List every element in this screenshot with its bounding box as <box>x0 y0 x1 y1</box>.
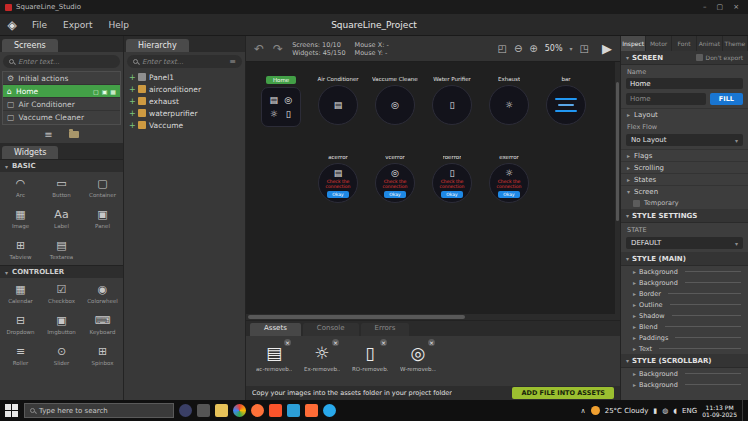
zoom-caret-icon[interactable]: ▾ <box>570 45 573 52</box>
style-row-background-2[interactable]: ▸Background <box>621 277 748 288</box>
canvas-screen-home[interactable]: Home ▤ ◎ ☼ ▯ <box>258 76 304 127</box>
widget-slider[interactable]: ⊙Slider <box>41 340 82 371</box>
remove-asset-icon[interactable]: × <box>332 339 339 346</box>
exerror-thumb[interactable]: ☼ Check the connection Okay <box>489 163 529 203</box>
tab-font[interactable]: Font <box>672 36 697 51</box>
expander-icon[interactable]: + <box>129 121 135 130</box>
home-screen-thumb[interactable]: ▤ ◎ ☼ ▯ <box>261 87 301 127</box>
style-settings-header[interactable]: ▾ STYLE SETTINGS <box>621 209 748 223</box>
widget-textarea[interactable]: ▤Textarea <box>41 234 82 265</box>
screen-item-vaccume-cleaner[interactable]: ▢ Vaccume Cleaner <box>3 111 120 124</box>
widget-container[interactable]: ▢Container <box>82 172 123 203</box>
duplicate-icon[interactable]: ▣ <box>102 88 108 95</box>
show-desktop-button[interactable] <box>742 400 745 421</box>
list-view-icon[interactable]: ≡ <box>229 57 236 66</box>
widget-label[interactable]: AaLabel <box>41 203 82 234</box>
asset-ac-image[interactable]: × ▤ ac-removeb... <box>256 340 292 386</box>
water-purifier-thumb[interactable]: ▯ <box>432 85 472 125</box>
expander-icon[interactable]: + <box>129 73 135 82</box>
style-row-shadow[interactable]: ▸Shadow <box>621 310 748 321</box>
widget-button[interactable]: ▭Button <box>41 172 82 203</box>
hierarchy-search-input[interactable]: Enter text... ≡ <box>127 55 242 68</box>
style-row-blend[interactable]: ▸Blend <box>621 321 748 332</box>
scrolling-section[interactable]: ▸ Scrolling <box>621 161 748 173</box>
taskbar-search-input[interactable]: Type here to search <box>24 403 174 418</box>
menu-export[interactable]: Export <box>55 17 100 33</box>
widget-imgbutton[interactable]: ▣Imgbutton <box>41 309 82 340</box>
canvas-vertical-scrollbar[interactable] <box>615 62 620 314</box>
remove-asset-icon[interactable]: × <box>284 339 291 346</box>
scrollbar-thumb[interactable] <box>616 82 619 221</box>
postman-icon[interactable] <box>305 404 318 417</box>
asset-ro-image[interactable]: × ▯ RO-removeb... <box>352 340 388 386</box>
bar-thumb[interactable] <box>546 85 586 125</box>
cortana-icon[interactable] <box>179 404 192 417</box>
expander-icon[interactable]: + <box>129 97 135 106</box>
tab-animations[interactable]: Animat <box>697 36 722 51</box>
exhaust-thumb[interactable]: ☼ <box>489 85 529 125</box>
states-section[interactable]: ▸ States <box>621 173 748 185</box>
expander-icon[interactable]: + <box>129 85 135 94</box>
tree-item-vaccume[interactable]: + Vaccume <box>124 119 245 131</box>
widget-colorwheel[interactable]: ◉Colorwheel <box>82 278 123 309</box>
fill-button[interactable]: FILL <box>710 93 743 105</box>
widgets-section-controller[interactable]: ▾ CONTROLLER <box>0 265 123 278</box>
zoom-level[interactable]: 50% <box>545 44 563 53</box>
roerror-thumb[interactable]: ▯ Check the connection Okay <box>432 163 472 203</box>
scrollbar-thumb[interactable] <box>248 315 465 319</box>
menu-help[interactable]: Help <box>101 17 138 33</box>
air-conditioner-thumb[interactable]: ▤ <box>318 85 358 125</box>
tab-inspector[interactable]: Inspect <box>621 36 646 51</box>
widget-arc[interactable]: ◠Arc <box>0 172 41 203</box>
canvas-screen-acerror[interactable]: acerror ▤ Check the connection Okay <box>315 154 361 203</box>
layout-dropdown[interactable]: No Layout ▾ <box>626 134 743 146</box>
tree-item-waterpurifier[interactable]: + waterpurifier <box>124 107 245 119</box>
fill-target-input[interactable]: Home <box>626 93 706 105</box>
tree-item-panel1[interactable]: + Panel1 <box>124 71 245 83</box>
widget-calendar[interactable]: ▦Calendar <box>0 278 41 309</box>
copy-icon[interactable]: ▢ <box>93 88 99 95</box>
add-file-into-assets-button[interactable]: ADD FILE INTO ASSETS <box>512 387 614 399</box>
canvas-screen-air-conditioner[interactable]: Air Conditioner ▤ <box>315 76 361 127</box>
widget-panel[interactable]: ▣Panel <box>82 203 123 234</box>
screen-item-air-conditioner[interactable]: ▢ Air Conditioner <box>3 98 120 111</box>
firefox-icon[interactable] <box>251 404 264 417</box>
canvas-screen-exhaust[interactable]: Exhaust ☼ <box>486 76 532 127</box>
chrome-icon[interactable] <box>233 404 246 417</box>
style-row-sb-background-2[interactable]: ▸Background <box>621 379 748 390</box>
weather-icon[interactable] <box>591 406 600 415</box>
maximize-icon[interactable]: ▢ <box>717 3 724 11</box>
style-row-paddings[interactable]: ▸Paddings <box>621 332 748 343</box>
brave-icon[interactable] <box>269 404 282 417</box>
expander-icon[interactable]: + <box>129 109 135 118</box>
style-row-sb-background-1[interactable]: ▸Background <box>621 368 748 379</box>
state-dropdown[interactable]: DEFAULT ▾ <box>626 237 743 249</box>
task-view-icon[interactable] <box>197 404 210 417</box>
telegram-icon[interactable] <box>323 404 336 417</box>
tree-item-exhaust[interactable]: + exhaust <box>124 95 245 107</box>
network-icon[interactable]: ◍ <box>662 407 668 415</box>
close-icon[interactable]: × <box>733 3 739 11</box>
widget-roller[interactable]: ≡Roller <box>0 340 41 371</box>
widget-image[interactable]: ▦Image <box>0 203 41 234</box>
tree-item-airconditioner[interactable]: + airconditioner <box>124 83 245 95</box>
name-input[interactable]: Home <box>626 78 743 89</box>
temporary-toggle[interactable]: Temporary <box>621 197 748 209</box>
screen-sub-section[interactable]: ▾ Screen <box>621 185 748 197</box>
canvas-screen-vaccume-cleaner[interactable]: Vaccume Cleaner ◎ <box>372 76 418 127</box>
zoom-in-icon[interactable]: ⊕ <box>529 43 537 54</box>
widget-checkbox[interactable]: ☑Checkbox <box>41 278 82 309</box>
canvas-screen-water-purifier[interactable]: Water Purifier ▯ <box>429 76 475 127</box>
style-row-outline[interactable]: ▸Outline <box>621 299 748 310</box>
remove-asset-icon[interactable]: × <box>428 339 435 346</box>
layers-icon[interactable]: ≡ <box>44 129 52 140</box>
widget-dropdown[interactable]: ⊟Dropdown <box>0 309 41 340</box>
play-icon[interactable]: ▶ <box>602 41 612 56</box>
tab-console[interactable]: Console <box>303 323 359 336</box>
folder-icon[interactable] <box>69 131 79 138</box>
screens-search-input[interactable]: Enter text... <box>3 55 120 68</box>
file-explorer-icon[interactable] <box>215 404 228 417</box>
widgets-section-basic[interactable]: ▾ BASIC <box>0 159 123 172</box>
vscode-icon[interactable] <box>287 404 300 417</box>
canvas-screen-exerror[interactable]: exerror ☼ Check the connection Okay <box>486 154 532 203</box>
